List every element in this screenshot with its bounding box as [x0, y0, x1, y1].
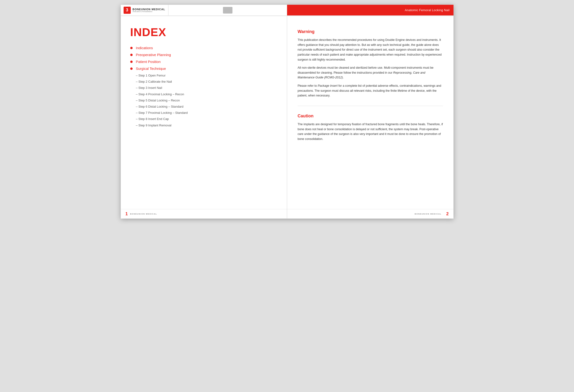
- logo-text: BONEUNION MEDICAL Dedicated to Rehabilit…: [133, 8, 165, 12]
- brand-tagline: Dedicated to Rehabilitation: [133, 11, 165, 12]
- left-footer-brand: BONEUNION MEDICAL: [130, 213, 157, 215]
- toc-sub-step7[interactable]: Step 7 Proximal Locking – Standard: [136, 111, 278, 115]
- toc-sub-list: Step 1 Open Femur Step 2 Calibrate the N…: [136, 73, 278, 128]
- warning-heading: Warning: [298, 29, 443, 34]
- left-page-content: INDEX Indications Preoperative Planning …: [121, 16, 287, 144]
- bullet-dot: [130, 54, 133, 56]
- section-divider: [298, 106, 443, 106]
- right-footer-brand: BONEUNION MEDICAL: [414, 213, 441, 215]
- toc-item-preoperative[interactable]: Preoperative Planning: [130, 53, 278, 57]
- caution-para-1: The implants are designed for temporary …: [298, 122, 443, 142]
- toc-sub-step5[interactable]: Step 5 Distal Locking – Recon: [136, 98, 278, 103]
- toc-label-indications: Indications: [136, 46, 153, 50]
- toc-item-patient-position[interactable]: Patient Position: [130, 60, 278, 64]
- warning-para-1: This publication describes the recommend…: [298, 38, 443, 62]
- left-footer: 1 BONEUNION MEDICAL: [121, 209, 287, 218]
- logo-icon: 3: [123, 7, 131, 14]
- bullet-dot: [130, 60, 133, 63]
- right-footer: BONEUNION MEDICAL 2: [287, 209, 453, 218]
- toc-item-indications[interactable]: Indications: [130, 46, 278, 50]
- bell-shape: [223, 7, 232, 14]
- toc-label-preoperative: Preoperative Planning: [136, 53, 171, 57]
- brand-name: BONEUNION MEDICAL: [133, 8, 165, 11]
- toc-label-patient-position: Patient Position: [136, 60, 161, 64]
- right-page-content: Warning This publication describes the r…: [287, 16, 453, 159]
- left-header: 3 BONEUNION MEDICAL Dedicated to Rehabil…: [121, 5, 287, 16]
- right-header: Anatomic Femoral Locking Nail: [287, 5, 453, 16]
- toc-sub-step6[interactable]: Step 6 Distal Locking – Standard: [136, 104, 278, 109]
- product-title: Anatomic Femoral Locking Nail: [405, 8, 450, 12]
- caution-heading: Caution: [298, 114, 443, 118]
- warning-para-3: Please refer to Package Insert for a com…: [298, 83, 443, 98]
- toc-sub-step8[interactable]: Step 8 Insert End Cap: [136, 117, 278, 121]
- left-page-number: 1: [125, 212, 128, 216]
- toc-sub-step1[interactable]: Step 1 Open Femur: [136, 73, 278, 78]
- toc-main-list: Indications Preoperative Planning Patien…: [130, 46, 278, 71]
- right-page-number: 2: [446, 212, 449, 216]
- header-center: [168, 7, 287, 14]
- toc-sub-step9[interactable]: Step 9 Implant Removal: [136, 123, 278, 128]
- warning-para-2: All non-sterile devices must be cleaned …: [298, 65, 443, 80]
- bullet-dot: [130, 47, 133, 49]
- index-title: INDEX: [130, 26, 278, 39]
- bullet-dot: [130, 67, 133, 70]
- toc-item-surgical-technique[interactable]: Surgical Technique: [130, 66, 278, 71]
- toc-sub-step4[interactable]: Step 4 Proximal Locking – Recon: [136, 92, 278, 97]
- toc-sub-step3[interactable]: Step 3 Insert Nail: [136, 86, 278, 90]
- toc-label-surgical-technique: Surgical Technique: [136, 66, 166, 71]
- toc-sub-step2[interactable]: Step 2 Calibrate the Nail: [136, 79, 278, 84]
- logo-area: 3 BONEUNION MEDICAL Dedicated to Rehabil…: [121, 5, 168, 16]
